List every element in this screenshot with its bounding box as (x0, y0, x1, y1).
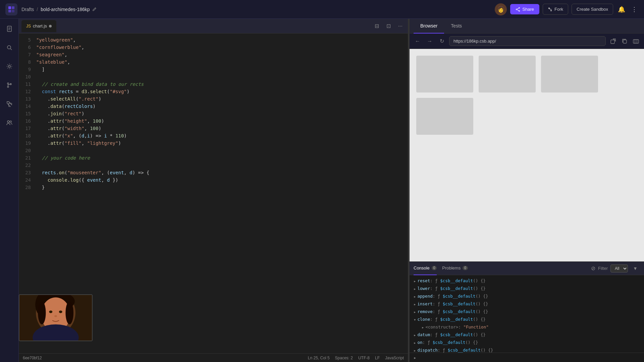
copy-url-button[interactable] (620, 37, 629, 46)
back-button[interactable]: ← (413, 37, 422, 46)
preview-rect-1 (416, 56, 473, 93)
code-line-21: 21 // your code here (19, 154, 408, 162)
code-line-22: 22 (19, 162, 408, 169)
breadcrumb: Drafts / bold-archimedes-186kp (21, 7, 97, 12)
svg-point-28 (59, 310, 62, 313)
code-editor[interactable]: 5 "yellowgreen", 6 "cornflowerblue", 7 "… (19, 34, 408, 353)
svg-rect-33 (611, 40, 614, 44)
svg-point-27 (49, 310, 52, 313)
preview-rect-4 (416, 98, 473, 135)
sidebar-icon-search[interactable] (3, 42, 15, 54)
console-line-on: ▸ on: ƒ $csb__default() {} (414, 339, 640, 347)
forward-button[interactable]: → (425, 37, 434, 46)
tab-filename: chart.js (33, 23, 47, 28)
code-line-24: 24 console.log({ event, d }) (19, 176, 408, 184)
clear-console-button[interactable]: ⊘ (591, 265, 595, 272)
breadcrumb-project[interactable]: bold-archimedes-186kp (41, 7, 96, 12)
main-area: JS chart.js ⊟ ⊡ ··· 5 "yellowgreen", (0, 19, 644, 362)
sidebar-icon-files[interactable] (3, 23, 15, 35)
more-options-button[interactable]: ⋮ (630, 4, 639, 14)
url-bar[interactable] (449, 36, 606, 46)
code-line-16: 16 .attr("height", 100) (19, 117, 408, 125)
refresh-button[interactable]: ↻ (437, 37, 446, 46)
console-area: Console 0 Problems 0 ⊘ Filter All ▾ (410, 261, 644, 362)
tab-chart-js[interactable]: JS chart.js (21, 20, 56, 32)
edit-icon (92, 7, 97, 12)
console-line-datum: ▸ datum: ƒ $csb__default() {} (414, 331, 640, 339)
code-line-12: 12 const rects = d3.select("#svg") (19, 88, 408, 95)
code-line-7: 7 "seagreen", (19, 51, 408, 58)
webcam-feed (19, 295, 92, 341)
commit-hash: 6ee70bf12 (23, 356, 42, 360)
cursor-position: Ln 25, Col 5 (308, 356, 330, 360)
console-line-reset: ▸ reset: ƒ $csb__default() {} (414, 277, 640, 285)
responsive-mode-button[interactable] (631, 37, 641, 46)
sidebar-icon-settings[interactable] (3, 60, 15, 72)
console-prompt[interactable]: ▸ (410, 353, 644, 362)
code-line-20: 20 (19, 147, 408, 154)
console-filter: ⊘ Filter All ▾ (591, 264, 640, 273)
problems-badge: 0 (463, 266, 468, 270)
console-badge: 0 (432, 266, 437, 270)
code-line-28: 28 } (19, 184, 408, 191)
code-line-19: 19 .attr("fill", "lightgrey") (19, 139, 408, 147)
console-line-clone: ▾ clone: ƒ $csb__default() {} (414, 316, 640, 323)
svg-point-15 (8, 65, 10, 67)
svg-rect-3 (12, 10, 14, 12)
svg-line-8 (517, 9, 519, 10)
tab-console[interactable]: Console 0 (414, 262, 437, 275)
sidebar-icon-extensions[interactable] (3, 98, 15, 110)
sidebar-icon-git[interactable] (3, 79, 15, 91)
svg-point-31 (38, 301, 46, 324)
breadcrumb-drafts[interactable]: Drafts (21, 7, 34, 12)
tab-tests[interactable]: Tests (444, 19, 469, 34)
svg-point-32 (65, 301, 73, 324)
js-file-icon: JS (26, 24, 31, 28)
app-logo[interactable] (5, 3, 17, 15)
split-editor-button[interactable]: ⊟ (372, 21, 382, 31)
encoding: UTF-8 (358, 356, 370, 360)
svg-rect-35 (633, 40, 639, 43)
more-editor-options[interactable]: ··· (395, 21, 405, 31)
code-line-10: 10 (19, 73, 408, 80)
svg-point-16 (7, 83, 9, 84)
code-line-11: 11 // create and bind data to our rects (19, 80, 408, 88)
console-output: ▸ reset: ƒ $csb__default() {} ▸ lower: ƒ… (410, 275, 644, 353)
notifications-button[interactable]: 🔔 (616, 4, 627, 14)
preview-rect-2 (479, 56, 536, 93)
tab-browser[interactable]: Browser (414, 19, 444, 34)
svg-rect-1 (12, 6, 14, 9)
topbar-actions: 👩 Share Fork Create Sandbox 🔔 ⋮ (495, 3, 639, 15)
line-ending: LF (375, 356, 380, 360)
fork-button[interactable]: Fork (543, 4, 568, 15)
preview-rect-3 (541, 56, 598, 93)
code-line-23: 23 rects.on("mouseenter", (event, d) => … (19, 169, 408, 176)
open-in-new-tab-button[interactable] (608, 37, 618, 46)
maximize-editor-button[interactable]: ⊡ (384, 21, 393, 31)
language-mode: JavaScript (385, 356, 404, 360)
svg-line-14 (10, 49, 12, 50)
console-line-remove: ▸ remove: ƒ $csb__default() {} (414, 308, 640, 316)
console-tabs: Console 0 Problems 0 ⊘ Filter All ▾ (410, 262, 644, 275)
console-line-append: ▸ append: ƒ $csb__default() {} (414, 293, 640, 300)
tab-problems[interactable]: Problems 0 (442, 262, 468, 275)
svg-point-13 (7, 46, 11, 49)
code-line-8: 8 "slateblue", (19, 58, 408, 66)
right-panel: Browser Tests ← → ↻ (409, 19, 644, 362)
svg-rect-34 (623, 40, 627, 43)
share-button[interactable]: Share (510, 4, 539, 14)
svg-line-7 (517, 8, 519, 9)
svg-rect-2 (8, 10, 11, 12)
filter-select[interactable]: All (610, 264, 628, 273)
create-sandbox-button[interactable]: Create Sandbox (572, 4, 613, 15)
topbar: Drafts / bold-archimedes-186kp 👩 Share (0, 0, 644, 19)
editor-view-actions: ⊟ ⊡ ··· (372, 21, 405, 31)
breadcrumb-sep: / (37, 7, 38, 12)
sidebar-icon-team[interactable] (3, 117, 15, 129)
code-line-6: 6 "cornflowerblue", (19, 44, 408, 51)
browser-viewport (410, 49, 644, 261)
svg-point-17 (7, 86, 9, 87)
svg-rect-0 (8, 6, 11, 9)
share-icon (516, 7, 520, 12)
console-options-button[interactable]: ▾ (631, 264, 640, 273)
